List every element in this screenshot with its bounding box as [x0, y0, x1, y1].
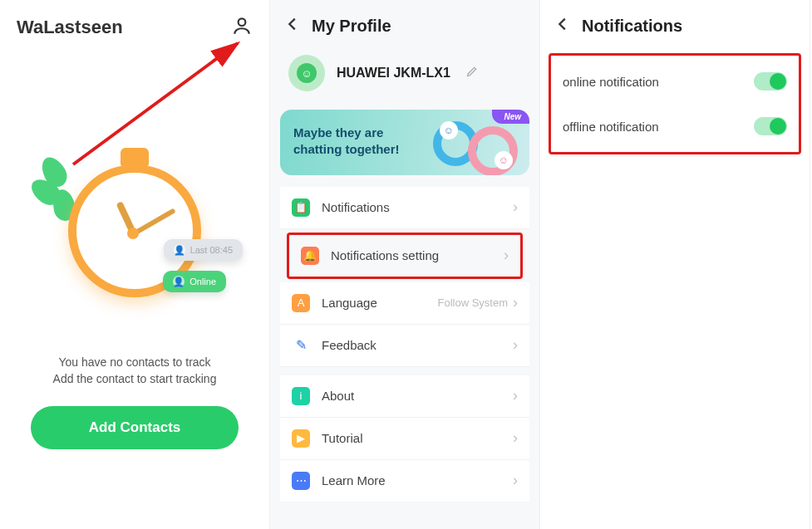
- settings-item-hint: Follow System: [437, 296, 508, 309]
- feedback-icon: ✎: [292, 336, 310, 355]
- profile-icon[interactable]: [231, 15, 253, 40]
- back-icon[interactable]: [554, 15, 572, 37]
- notification-row-online: online notification: [551, 59, 799, 104]
- settings-item-label: Feedback: [322, 338, 513, 352]
- notifications-screen: Notifications online notification offlin…: [540, 0, 810, 529]
- page-title: Notifications: [582, 17, 682, 36]
- device-name: HUAWEI JKM-LX1: [337, 66, 450, 81]
- avatar: ☺: [288, 55, 325, 91]
- toggle-online-notification[interactable]: [754, 72, 787, 91]
- home-header: WaLastseen: [0, 0, 269, 48]
- notifications-header: Notifications: [540, 0, 810, 48]
- chevron-right-icon: ›: [513, 472, 518, 489]
- learn-more-icon: ⋯: [292, 472, 310, 490]
- notifications-icon: 📋: [292, 198, 310, 217]
- add-contacts-button[interactable]: Add Contacts: [31, 406, 239, 449]
- highlight-notification-toggles: online notification offline notification: [549, 53, 801, 154]
- language-icon: A: [292, 294, 310, 312]
- settings-item-about[interactable]: i About ›: [280, 375, 529, 418]
- settings-item-language[interactable]: A Language Follow System ›: [280, 282, 529, 325]
- empty-state-message: You have no contacts to track Add the co…: [0, 354, 269, 388]
- settings-item-notifications[interactable]: 📋 Notifications ›: [280, 187, 529, 229]
- app-title: WaLastseen: [17, 17, 123, 38]
- settings-item-notifications-setting[interactable]: 🔔 Notifications setting ›: [289, 235, 520, 277]
- last-seen-badge: 👤 Last 08:45: [164, 239, 243, 261]
- tutorial-icon: ▶: [292, 429, 310, 448]
- home-screen: WaLastseen 👤 La: [0, 0, 270, 529]
- settings-item-label: Language: [322, 296, 437, 310]
- promo-banner[interactable]: New Maybe they are chatting together! ☺ …: [280, 110, 529, 175]
- edit-name-icon[interactable]: [462, 65, 479, 81]
- settings-item-label: Notifications: [322, 200, 513, 214]
- back-icon[interactable]: [283, 15, 302, 37]
- chevron-right-icon: ›: [513, 198, 518, 216]
- settings-item-learn-more[interactable]: ⋯ Learn More ›: [280, 460, 529, 502]
- new-badge: New: [492, 110, 529, 124]
- svg-line-1: [73, 43, 238, 164]
- settings-item-label: Learn More: [322, 473, 513, 487]
- notification-label: online notification: [563, 75, 659, 89]
- chevron-right-icon: ›: [513, 429, 518, 447]
- settings-item-feedback[interactable]: ✎ Feedback ›: [280, 325, 529, 367]
- chevron-right-icon: ›: [513, 387, 518, 404]
- profile-identity: ☺ HUAWEI JKM-LX1: [270, 48, 539, 106]
- profile-header: My Profile: [270, 0, 539, 48]
- bell-icon: 🔔: [301, 247, 319, 265]
- toggle-offline-notification[interactable]: [754, 117, 787, 135]
- chevron-right-icon: ›: [513, 294, 518, 311]
- settings-item-tutorial[interactable]: ▶ Tutorial ›: [280, 418, 529, 460]
- online-badge: 👤 Online: [163, 271, 226, 292]
- chevron-right-icon: ›: [513, 336, 518, 354]
- notification-row-offline: offline notification: [551, 104, 799, 149]
- notification-label: offline notification: [563, 120, 659, 134]
- settings-item-label: About: [322, 389, 513, 403]
- highlight-notifications-setting: 🔔 Notifications setting ›: [287, 233, 523, 279]
- settings-item-label: Tutorial: [322, 431, 513, 445]
- profile-screen: My Profile ☺ HUAWEI JKM-LX1 New Maybe th…: [270, 0, 540, 529]
- page-title: My Profile: [312, 17, 391, 36]
- about-icon: i: [292, 387, 310, 405]
- settings-item-label: Notifications setting: [331, 248, 504, 262]
- chevron-right-icon: ›: [504, 247, 509, 264]
- clock-illustration: 👤 Last 08:45 👤 Online: [0, 156, 269, 331]
- svg-point-0: [239, 18, 246, 26]
